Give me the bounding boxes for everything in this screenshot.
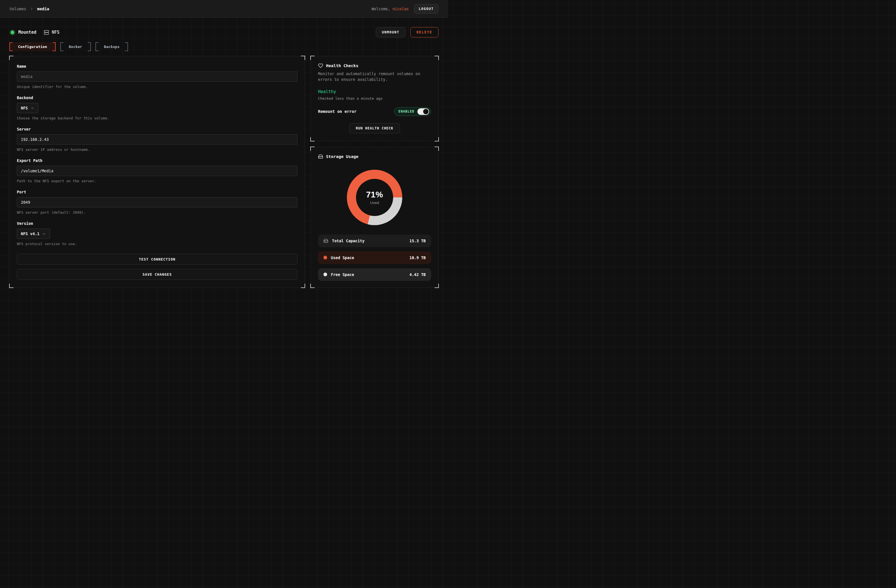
- backend-label: NFS: [52, 30, 59, 35]
- usage-percent: 71%: [366, 190, 383, 200]
- export-path-input[interactable]: [17, 166, 297, 176]
- name-label: Name: [17, 64, 297, 69]
- server-input[interactable]: [17, 134, 297, 145]
- free-space-row: Free Space 4.42 TB: [318, 268, 431, 281]
- chevron-down-icon: [42, 232, 46, 236]
- export-path-help: Path to the NFS export on the server.: [17, 179, 297, 183]
- storage-panel-title: Storage Usage: [326, 154, 358, 159]
- username: nicolas: [393, 6, 409, 11]
- stat-value: 4.42 TB: [410, 272, 426, 277]
- server-icon: [44, 30, 49, 35]
- stat-label: Total Capacity: [332, 239, 406, 243]
- topbar: Volumes media Welcome, nicolas LOGOUT: [0, 0, 448, 18]
- usage-caption: Used: [370, 201, 379, 205]
- breadcrumb-current: media: [37, 6, 49, 11]
- tab-docker[interactable]: Docker: [60, 42, 91, 51]
- name-input[interactable]: [17, 72, 297, 82]
- hard-drive-icon: [323, 238, 328, 243]
- health-checks-panel: Health Checks Monitor and automatically …: [311, 56, 439, 141]
- version-help: NFS protocol version to use.: [17, 242, 297, 246]
- chevron-down-icon: [30, 106, 34, 110]
- backend-help: Choose the storage backend for this volu…: [17, 116, 297, 120]
- tab-backups[interactable]: Backups: [95, 42, 128, 51]
- total-capacity-row: Total Capacity 15.3 TB: [318, 235, 431, 247]
- heart-icon: [318, 63, 323, 68]
- version-label: Version: [17, 221, 297, 226]
- stat-value: 10.9 TB: [410, 256, 426, 260]
- configuration-panel: Name Unique identifier for the volume. B…: [9, 56, 305, 288]
- backend-select[interactable]: NFS: [17, 103, 38, 113]
- remount-on-error-label: Remount on error: [318, 109, 357, 114]
- tab-configuration[interactable]: Configuration: [9, 42, 56, 51]
- tab-bar: Configuration Docker Backups: [9, 42, 439, 51]
- status-row: Mounted NFS UNMOUNT DELETE: [9, 27, 439, 37]
- save-changes-button[interactable]: SAVE CHANGES: [17, 269, 297, 280]
- logout-button[interactable]: LOGOUT: [414, 4, 439, 14]
- used-space-row: Used Space 10.9 TB: [318, 251, 431, 264]
- free-legend-dot: [323, 273, 327, 276]
- breadcrumb: Volumes media: [9, 6, 49, 11]
- backend-select-value: NFS: [21, 106, 28, 110]
- health-status: Healthy: [318, 89, 431, 94]
- mounted-status-icon: [9, 29, 15, 35]
- welcome-text: Welcome, nicolas: [372, 6, 409, 11]
- backend-field-label: Backend: [17, 96, 297, 100]
- health-description: Monitor and automatically remount volume…: [318, 71, 431, 82]
- toggle-switch[interactable]: [418, 108, 429, 115]
- stat-label: Free Space: [331, 272, 406, 277]
- delete-button[interactable]: DELETE: [410, 27, 439, 37]
- health-last-checked: Checked less than a minute ago: [318, 96, 431, 101]
- mount-state-label: Mounted: [18, 30, 36, 35]
- server-label: Server: [17, 127, 297, 131]
- server-help: NFS server IP address or hostname.: [17, 148, 297, 152]
- backend-badge: NFS: [44, 30, 59, 35]
- run-health-check-button[interactable]: RUN HEALTH CHECK: [349, 123, 400, 133]
- port-label: Port: [17, 190, 297, 194]
- unmount-button[interactable]: UNMOUNT: [376, 27, 406, 37]
- version-select-value: NFS v4.1: [21, 232, 40, 236]
- version-select[interactable]: NFS v4.1: [17, 228, 50, 239]
- test-connection-button[interactable]: TEST CONNECTION: [17, 254, 297, 265]
- port-input[interactable]: [17, 197, 297, 207]
- toggle-state-label: ENABLED: [399, 110, 414, 113]
- storage-donut-chart: 71% Used: [347, 170, 402, 225]
- port-help: NFS server port (default: 2049).: [17, 210, 297, 215]
- name-help: Unique identifier for the volume.: [17, 85, 297, 89]
- used-legend-dot: [323, 256, 327, 259]
- mount-status: Mounted: [9, 29, 36, 35]
- export-path-label: Export Path: [17, 158, 297, 163]
- stat-label: Used Space: [331, 256, 406, 260]
- health-panel-title: Health Checks: [326, 63, 358, 68]
- storage-usage-panel: Storage Usage 71% Used Total Capacity: [311, 147, 439, 288]
- stat-value: 15.3 TB: [410, 239, 426, 243]
- remount-toggle[interactable]: ENABLED: [394, 107, 431, 116]
- hard-drive-icon: [318, 154, 323, 159]
- chevron-right-icon: [30, 7, 34, 11]
- breadcrumb-volumes-link[interactable]: Volumes: [9, 6, 26, 11]
